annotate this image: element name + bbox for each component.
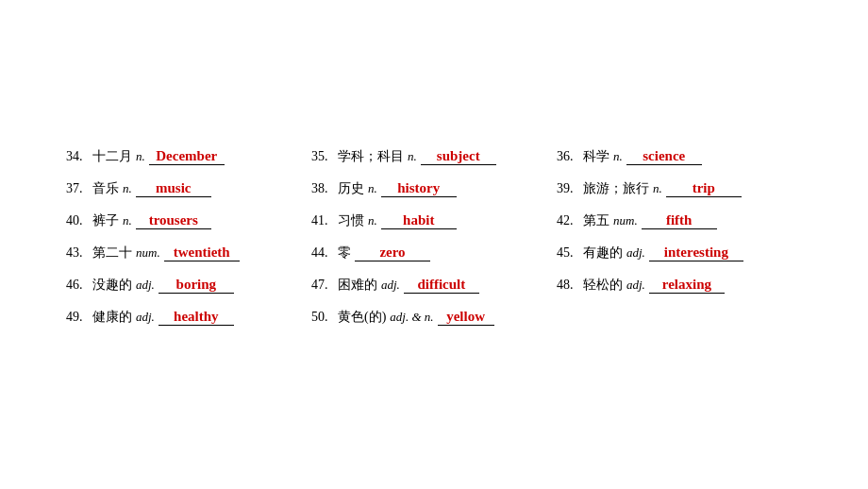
item-pos: n. [123,213,132,228]
item-answer: difficult [404,277,479,294]
vocabulary-content: 34.十二月n.December35.学科；科目n.subject36.科学n.… [66,148,802,341]
item-chinese: 黄色(的) [338,309,386,326]
item-number: 47. [311,278,338,293]
vocabulary-item: 34.十二月n.December [66,148,311,165]
item-chinese: 第二十 [92,244,132,261]
item-pos: n. [368,181,377,196]
item-answer: relaxing [649,277,725,294]
item-pos: num. [613,213,638,228]
item-pos: n. [408,149,417,164]
item-answer: zero [355,244,430,261]
item-answer: December [149,148,225,165]
item-number: 38. [311,181,338,196]
item-chinese: 音乐 [92,180,119,197]
vocabulary-item: 50.黄色(的)adj. & n.yellow [311,309,557,326]
vocabulary-item: 44.零zero [311,244,557,261]
vocabulary-row: 37.音乐n.music38.历史n.history39.旅游；旅行n.trip [66,180,802,197]
item-number: 37. [66,181,92,196]
item-chinese: 零 [338,244,351,261]
item-pos: n. [368,213,377,228]
item-pos: adj. & n. [390,310,433,325]
item-answer: trip [666,180,742,197]
vocabulary-item: 49.健康的adj.healthy [66,309,311,326]
item-chinese: 第五 [583,212,609,229]
vocabulary-item: 37.音乐n.music [66,180,311,197]
vocabulary-item: 36.科学n.science [557,148,802,165]
vocabulary-row: 34.十二月n.December35.学科；科目n.subject36.科学n.… [66,148,802,165]
vocabulary-item: 42.第五num.fifth [557,212,802,229]
item-answer: interesting [649,244,743,261]
item-answer: trousers [136,212,211,229]
item-answer: twentieth [164,244,240,261]
vocabulary-item: 40.裤子n.trousers [66,212,311,229]
item-chinese: 轻松的 [583,277,623,294]
item-number: 42. [557,213,583,228]
item-chinese: 历史 [338,180,364,197]
item-chinese: 科学 [583,148,609,165]
vocabulary-item: 46.没趣的adj.boring [66,277,311,294]
item-answer: music [136,180,211,197]
item-pos: n. [136,149,145,164]
item-number: 50. [311,310,338,325]
vocabulary-item: 45.有趣的adj.interesting [557,244,802,261]
item-pos: adj. [136,278,155,293]
item-pos: n. [653,181,662,196]
item-chinese: 旅游；旅行 [583,180,649,197]
item-pos: adj. [626,278,645,293]
vocabulary-row: 40.裤子n.trousers41.习惯n.habit42.第五num.fift… [66,212,802,229]
item-chinese: 裤子 [92,212,119,229]
item-pos: num. [136,245,160,261]
item-chinese: 健康的 [92,309,132,326]
item-pos: adj. [136,310,155,325]
item-answer: boring [159,277,234,294]
vocabulary-row: 46.没趣的adj.boring47.困难的adj.difficult48.轻松… [66,277,802,294]
item-number: 48. [557,278,583,293]
vocabulary-item: 35.学科；科目n.subject [311,148,557,165]
item-number: 46. [66,278,92,293]
item-answer: habit [381,212,457,229]
item-number: 41. [311,213,338,228]
item-number: 44. [311,245,338,261]
item-answer: subject [421,148,496,165]
item-chinese: 有趣的 [583,244,623,261]
vocabulary-item: 47.困难的adj.difficult [311,277,557,294]
vocabulary-item: 41.习惯n.habit [311,212,557,229]
item-answer: fifth [642,212,717,229]
item-answer: yellow [438,309,494,326]
item-pos: n. [123,181,132,196]
item-number: 43. [66,245,92,261]
vocabulary-item: 43.第二十num.twentieth [66,244,311,261]
vocabulary-row: 43.第二十num.twentieth44.零zero45.有趣的adj.int… [66,244,802,261]
item-chinese: 习惯 [338,212,364,229]
item-number: 49. [66,310,92,325]
item-chinese: 没趣的 [92,277,132,294]
item-number: 36. [557,149,583,164]
vocabulary-item: 38.历史n.history [311,180,557,197]
item-number: 39. [557,181,583,196]
item-number: 34. [66,149,92,164]
item-answer: healthy [159,309,234,326]
item-number: 45. [557,245,583,261]
item-chinese: 困难的 [338,277,377,294]
item-chinese: 学科；科目 [338,148,404,165]
item-answer: history [381,180,457,197]
item-pos: adj. [626,245,645,261]
item-answer: science [626,148,702,165]
vocabulary-row: 49.健康的adj.healthy50.黄色(的)adj. & n.yellow [66,309,802,326]
item-number: 35. [311,149,338,164]
item-pos: adj. [381,278,400,293]
item-chinese: 十二月 [92,148,132,165]
item-pos: n. [613,149,623,164]
vocabulary-item: 48.轻松的adj.relaxing [557,277,802,294]
item-number: 40. [66,213,92,228]
vocabulary-item: 39.旅游；旅行n.trip [557,180,802,197]
